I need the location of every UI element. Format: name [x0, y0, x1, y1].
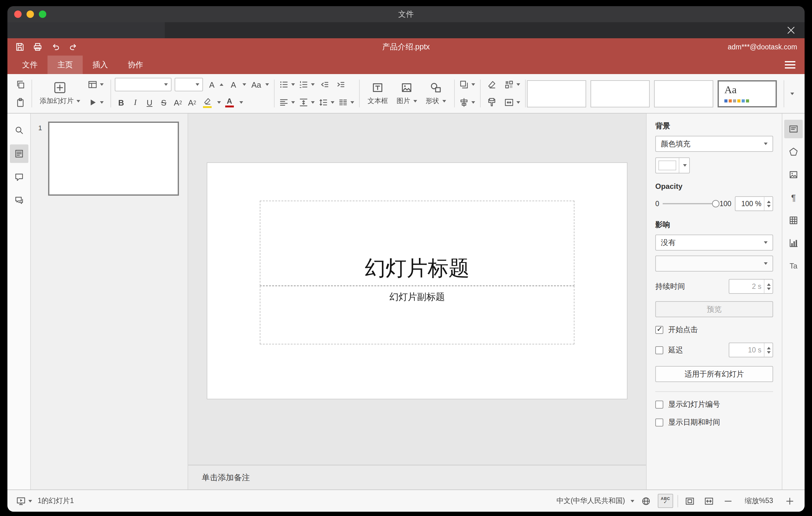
theme-option-1[interactable]	[527, 80, 586, 107]
ribbon-tabs: 文件 主页 插入 协作	[7, 56, 805, 74]
image-settings-tab[interactable]	[784, 165, 803, 184]
insert-shape-button[interactable]: 形状	[421, 76, 450, 111]
line-spacing-button[interactable]	[317, 95, 336, 110]
spin-arrows[interactable]	[764, 343, 773, 357]
decrease-indent-button[interactable]	[317, 77, 332, 92]
superscript-button[interactable]: A2	[172, 95, 184, 110]
paragraph-settings-tab[interactable]: ¶	[784, 188, 803, 207]
increase-font-button[interactable]: A	[204, 77, 225, 92]
increase-indent-button[interactable]	[334, 77, 348, 92]
slide-canvas[interactable]: 幻灯片标题 幻灯片副标题	[188, 114, 646, 465]
spell-check-button[interactable]: ABC	[658, 494, 673, 508]
subtitle-placeholder[interactable]: 幻灯片副标题	[260, 286, 575, 344]
highlight-color-button[interactable]	[200, 95, 215, 110]
clear-style-button[interactable]	[484, 77, 499, 92]
font-name-combo[interactable]	[115, 78, 172, 91]
zoom-out-button[interactable]	[721, 493, 735, 508]
preview-button[interactable]: 预览	[655, 301, 773, 317]
copy-style-button[interactable]	[484, 95, 499, 110]
save-icon[interactable]	[15, 42, 25, 52]
arrange-shapes-button[interactable]	[458, 77, 476, 92]
font-color-button[interactable]: A	[222, 95, 237, 110]
theme-option-2[interactable]	[590, 80, 650, 107]
show-date-time-checkbox[interactable]	[655, 419, 663, 427]
fit-to-width-button[interactable]	[701, 493, 716, 508]
effect-option-select[interactable]	[655, 256, 773, 271]
numbered-list-button[interactable]	[298, 77, 316, 92]
slide-size-button[interactable]	[502, 95, 521, 110]
chat-button[interactable]	[9, 191, 28, 210]
slides-panel-button[interactable]	[9, 144, 28, 163]
delay-spinbox[interactable]: 10 s	[729, 343, 773, 357]
background-fill-select[interactable]: 颜色填充	[655, 136, 773, 152]
font-size-combo[interactable]	[175, 78, 203, 91]
theme-option-3[interactable]	[654, 80, 713, 107]
effect-select[interactable]: 没有	[655, 234, 773, 251]
copy-button[interactable]	[13, 77, 28, 92]
chart-settings-tab[interactable]	[784, 234, 803, 253]
print-icon[interactable]	[33, 42, 42, 52]
table-settings-tab[interactable]	[784, 211, 803, 230]
subscript-button[interactable]: A2	[186, 95, 199, 110]
chevron-down-icon[interactable]	[239, 101, 243, 104]
color-scheme-button[interactable]	[502, 77, 521, 92]
theme-gallery-expand-button[interactable]	[784, 80, 799, 107]
spin-arrows[interactable]	[764, 280, 773, 293]
tab-collaboration[interactable]: 协作	[118, 56, 153, 74]
language-selector[interactable]: 中文(中华人民共和国)	[556, 496, 625, 506]
delay-checkbox[interactable]	[655, 346, 663, 354]
columns-button[interactable]	[337, 95, 356, 110]
undo-icon[interactable]	[51, 42, 60, 52]
slide[interactable]: 幻灯片标题 幻灯片副标题	[207, 163, 627, 399]
insert-textbox-button[interactable]: 文本框	[363, 76, 392, 111]
tab-home[interactable]: 主页	[48, 56, 83, 74]
set-language-button[interactable]	[639, 493, 654, 508]
duration-spinbox[interactable]: 2 s	[729, 279, 773, 294]
slides-icon	[14, 149, 24, 159]
close-icon[interactable]	[786, 25, 796, 35]
color-dropdown-button[interactable]	[679, 158, 689, 173]
vertical-align-button[interactable]	[298, 95, 316, 110]
notes-area[interactable]: 单击添加备注	[188, 465, 646, 489]
start-slideshow-button[interactable]	[87, 95, 105, 110]
zoom-in-button[interactable]	[782, 493, 797, 508]
opacity-slider[interactable]	[663, 203, 716, 204]
spin-arrows[interactable]	[764, 197, 773, 210]
apply-to-all-slides-button[interactable]: 适用于所有幻灯片	[655, 366, 773, 382]
bold-button[interactable]: B	[115, 95, 128, 110]
chevron-down-icon	[292, 101, 295, 104]
paste-button[interactable]	[13, 95, 28, 110]
comments-button[interactable]	[9, 168, 28, 187]
opacity-slider-knob[interactable]	[712, 200, 720, 207]
align-shapes-button[interactable]	[458, 95, 476, 110]
tab-insert[interactable]: 插入	[83, 56, 118, 74]
slide-thumbnail[interactable]	[48, 122, 179, 196]
hamburger-menu-icon[interactable]	[785, 61, 795, 68]
chevron-down-icon[interactable]	[631, 500, 634, 502]
strikeout-button[interactable]: S	[157, 95, 170, 110]
opacity-spinbox[interactable]: 100 %	[735, 196, 774, 211]
start-slideshow-status-button[interactable]	[15, 493, 33, 508]
search-button[interactable]	[9, 121, 28, 140]
slide-layout-button[interactable]	[87, 77, 105, 92]
bullet-list-button[interactable]	[278, 77, 296, 92]
slide-settings-tab[interactable]	[784, 120, 803, 138]
start-on-click-checkbox[interactable]	[655, 326, 663, 334]
insert-image-button[interactable]: 图片	[392, 76, 421, 111]
horizontal-align-button[interactable]	[278, 95, 296, 110]
theme-option-selected[interactable]: Aa	[718, 80, 777, 107]
textart-settings-tab[interactable]: Ta	[784, 257, 803, 275]
chevron-down-icon[interactable]	[217, 101, 221, 104]
title-placeholder[interactable]: 幻灯片标题	[260, 201, 575, 286]
underline-button[interactable]: U	[143, 95, 156, 110]
decrease-font-button[interactable]: A	[226, 77, 248, 92]
redo-icon[interactable]	[68, 42, 78, 52]
background-color-picker[interactable]	[655, 157, 690, 173]
italic-button[interactable]: I	[129, 95, 142, 110]
show-slide-number-checkbox[interactable]	[655, 401, 663, 409]
tab-file[interactable]: 文件	[12, 56, 48, 74]
shape-settings-tab[interactable]	[784, 143, 803, 161]
fit-to-slide-button[interactable]	[683, 493, 697, 508]
change-case-button[interactable]: Aa	[249, 77, 270, 92]
add-slide-button[interactable]: 添加幻灯片	[35, 76, 85, 111]
